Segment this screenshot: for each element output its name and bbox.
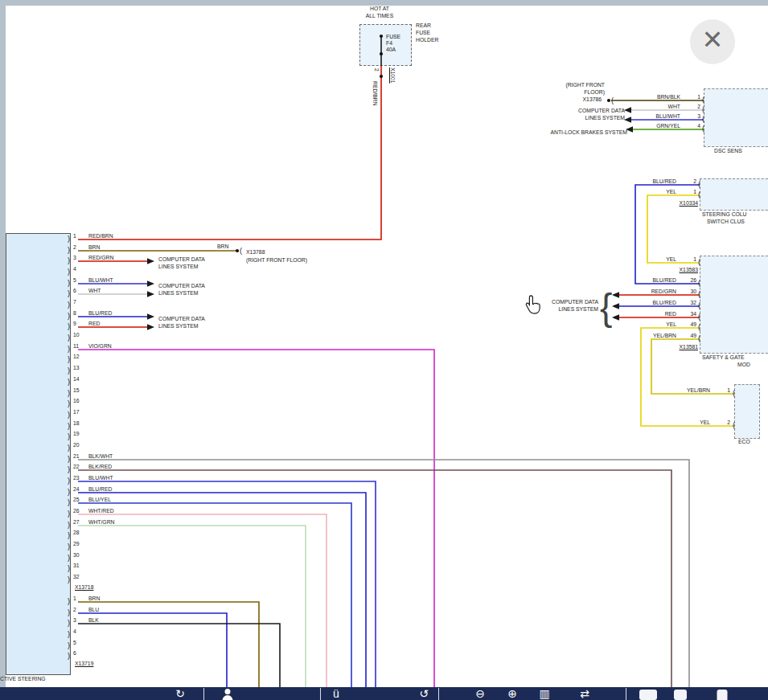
wire-color-label: BLU/YEL (88, 497, 111, 503)
connector-id: X13581 (680, 344, 698, 350)
pin-number: 9 (73, 321, 76, 327)
pin-bracket: ) (68, 355, 70, 364)
wire-color-label: VIO/GRN (88, 343, 112, 350)
pin-bracket: ) (68, 465, 70, 474)
component-label: ECO (738, 439, 750, 445)
wire-color-label: RED/GRN (88, 255, 113, 261)
wire-color-label: BRN/BLK (657, 94, 680, 100)
component-label: CTIVE STEERING (0, 676, 46, 682)
close-button[interactable]: × (690, 19, 735, 64)
connector-id: X13583 (680, 267, 698, 273)
pin-number: 1 (73, 596, 76, 602)
pin-number: 18 (73, 420, 80, 427)
refresh-icon[interactable]: ↻ (175, 688, 185, 699)
pin-bracket: ) (68, 399, 70, 408)
pin-bracket: ( (698, 279, 700, 288)
pin-bracket: ) (68, 510, 70, 518)
pin-number: 3 (73, 255, 76, 261)
wire-color-label: YEL (666, 321, 676, 328)
active-steering-connector-box (6, 233, 71, 675)
close-icon: × (703, 23, 723, 56)
pin-bracket: ( (702, 105, 704, 114)
pin-number: 1 (73, 233, 76, 239)
wire-color-label: YEL (700, 420, 710, 426)
signal-arrow-icon (147, 280, 154, 287)
pin-bracket: ) (68, 411, 70, 420)
wiring-layer (0, 0, 768, 700)
bottom-toolbar: ↻ü↺⊖⊕▥⇄ (0, 687, 768, 700)
label-fragment[interactable]: ü (333, 688, 339, 699)
pin-number: 8 (73, 310, 76, 317)
wire-color-label: BLU/RED (653, 178, 676, 185)
zoom-out-icon[interactable]: ⊖ (475, 688, 485, 699)
pin-bracket: ) (68, 564, 70, 573)
wire-wht-red-26 (78, 514, 327, 690)
wire-color-label: YEL/BRN (653, 333, 676, 339)
image-tool-icon[interactable] (639, 690, 657, 700)
wire-color-label: RED/BRN (372, 81, 378, 106)
signal-arrow-icon (147, 291, 154, 297)
hot-at-label: ALL TIMES (366, 13, 393, 19)
pin-bracket: ( (698, 180, 700, 189)
fuse-holder-label: REAR (416, 23, 431, 29)
pin-number: 4 (697, 123, 700, 129)
steering-column-switch-box (700, 178, 768, 211)
user-icon[interactable] (223, 689, 233, 700)
connector-id: X13786 (583, 96, 602, 103)
pin-bracket: ) (68, 432, 70, 441)
pin-number: 31 (73, 563, 80, 569)
pin-number: 30 (73, 552, 80, 559)
pin-bracket: ) (68, 378, 70, 387)
diagram-viewport[interactable]: )1RED/BRN)2BRN)3RED/GRN)4)5BLU/WHT)6WHT)… (0, 0, 768, 700)
export-tool-icon[interactable] (674, 690, 687, 700)
zoom-in-icon[interactable]: ⊕ (507, 688, 517, 699)
toolbar-separator (203, 688, 204, 700)
pin-bracket: ) (68, 488, 70, 497)
system-label: COMPUTER DATA (158, 283, 205, 289)
component-label: STEERING COLU (702, 211, 747, 218)
system-label: COMPUTER DATA (158, 256, 205, 263)
pin-number: 1 (693, 189, 696, 195)
wire-blu-red-24 (78, 493, 366, 690)
location-label: (RIGHT FRONT (565, 82, 605, 88)
pin-number: 24 (73, 486, 80, 493)
pin-number: 10 (73, 332, 80, 338)
layout-columns-icon[interactable]: ▥ (539, 688, 549, 699)
pin-bracket: ) (68, 246, 70, 255)
wire-color-label: WHT/GRN (88, 519, 114, 526)
wire-red-brn-main (78, 66, 381, 239)
pin-bracket: ) (68, 597, 70, 606)
pin-number: 14 (73, 376, 80, 383)
pin-number: 17 (73, 409, 80, 415)
pin-bracket: ) (68, 630, 70, 639)
pin-bracket: ) (68, 301, 70, 309)
signal-arrow-icon (612, 314, 619, 321)
pin-bracket: ( (698, 290, 700, 299)
document-tool-icon[interactable] (717, 690, 728, 700)
pin-number: 6 (73, 288, 76, 294)
pin-number: 6 (73, 650, 76, 657)
pin-number: 2 (693, 178, 696, 185)
pin-bracket: ( (733, 421, 735, 430)
wire-color-label: BRN (88, 244, 100, 251)
hot-at-label: HOT AT (370, 6, 389, 12)
signal-arrow-icon (624, 117, 631, 123)
pin-bracket: ) (68, 422, 70, 431)
fuse-number: F4 (386, 40, 392, 47)
wire-color-label: BLU/RED (88, 310, 112, 317)
toolbar-separator (438, 688, 439, 700)
undo-icon[interactable]: ↺ (419, 688, 429, 699)
wire-color-label: BLU/WHT (88, 475, 113, 481)
pin-bracket: ) (68, 322, 70, 331)
component-label: SWITCH CLUS (707, 219, 745, 225)
pin-number: 28 (73, 530, 80, 536)
swap-arrows-icon[interactable]: ⇄ (580, 688, 589, 699)
pin-bracket: ) (68, 389, 70, 398)
pin-number: 34 (690, 311, 696, 317)
pin-number: 15 (73, 387, 80, 394)
pin-bracket: ( (702, 125, 704, 133)
pin-number: 1 (697, 94, 700, 100)
wire-blu-wht-23 (78, 481, 376, 690)
pin-bracket: ) (68, 334, 70, 342)
safety-gateway-module-box (700, 256, 768, 354)
